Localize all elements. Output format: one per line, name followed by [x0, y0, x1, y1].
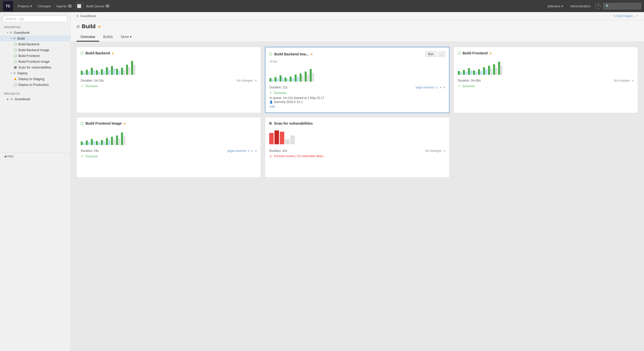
nav-changes[interactable]: Changes [35, 3, 53, 10]
card-title: Scan for vulnerabilities [274, 121, 313, 125]
grid-icon: ⊞ [76, 14, 79, 18]
agent-info: 👤 teamcity-2018-2-22-1 [269, 100, 445, 104]
status-text: Success [85, 154, 98, 158]
card-star-icon[interactable]: ★ [489, 51, 492, 55]
status-text: Success [462, 84, 475, 88]
grid-icon: ⊞ [13, 37, 16, 40]
chevron-icon: ▶ [7, 98, 9, 100]
mini-chart [458, 58, 634, 76]
layers-icon[interactable]: ≡ [443, 86, 445, 89]
page-grid-icon: ⊞ [76, 24, 80, 29]
build-status-icon [14, 60, 17, 63]
page-title-row: ⊞ Build ★ [76, 23, 638, 30]
run-button[interactable]: Run [425, 51, 436, 57]
card-status-icon [269, 53, 272, 55]
chevron-icon: ▾ [11, 37, 12, 40]
main-layout: Jump to... (Q) FAVORITES ▾ ⊞ Guestbook ▾… [0, 12, 644, 351]
sidebar-item-deploy[interactable]: ▾ ⊞ Deploy [0, 70, 70, 76]
changes-chevron-icon[interactable]: ▾ [440, 86, 441, 89]
chevron-icon: ▾ [7, 31, 8, 34]
card-title: Build Frontend [463, 51, 488, 55]
nav-projects[interactable]: Projects ▾ [15, 3, 35, 10]
sidebar-item-guestbook-fav[interactable]: ▾ ⊞ Guestbook [0, 30, 70, 36]
sidebar-item-build-backend-image[interactable]: Build Backend Image [0, 47, 70, 53]
grid-icon: ⊞ [11, 97, 13, 101]
layers-icon[interactable]: ≡ [444, 149, 445, 153]
page-header: ⊞ Build ★ Overview Builds More ▾ [70, 20, 644, 42]
mini-chart [269, 65, 445, 83]
card-stats: Duration: 24s yegor.naumov: 1 ▾ ≡ [81, 149, 257, 153]
sidebar-item-deploy-staging[interactable]: Deploy to Staging [0, 76, 70, 82]
status-row: ✓ Success [81, 154, 257, 158]
card-build-backend: Build Backend ★ [76, 47, 261, 113]
changes-link[interactable]: yegor.naumov: 1 [416, 86, 438, 89]
card-status-icon [81, 122, 83, 125]
card-build-frontend: Build Frontend ★ [454, 47, 638, 113]
search-box[interactable]: 🔍 [603, 3, 641, 9]
card-star-icon[interactable]: ★ [111, 51, 114, 55]
card-title: Build Frontend Image [86, 121, 122, 125]
sidebar-item-build-frontend-image[interactable]: Build Frontend Image [0, 59, 70, 64]
card-star-icon[interactable]: ★ [310, 52, 313, 56]
jump-to-input[interactable]: Jump to... (Q) [3, 16, 67, 22]
card-stats: Duration: 21s yegor.naumov: 1 ▾ ≡ [269, 86, 445, 89]
page-title: Build [82, 23, 96, 30]
sidebar-item-build[interactable]: ▾ ⊞ Build [0, 36, 70, 41]
status-text: 9 known issues | 32 vulnerable depe... [274, 154, 325, 158]
hide-sidebar-button[interactable]: ◀ Hide [0, 152, 70, 160]
layers-icon[interactable]: ≡ [255, 79, 257, 82]
tab-builds[interactable]: Builds [99, 33, 117, 42]
sidebar: Jump to... (Q) FAVORITES ▾ ⊞ Guestbook ▾… [0, 12, 70, 351]
tab-overview[interactable]: Overview [76, 33, 99, 42]
cards-grid: Build Backend ★ [76, 47, 638, 178]
status-text: Success [274, 91, 286, 95]
card-scan-vulnerabilities: Scan for vulnerabilities Duratio [265, 117, 449, 178]
favorite-star-icon[interactable]: ★ [98, 24, 101, 29]
card-stats: Duration: 2m:06s No changes ≡ [458, 79, 634, 82]
layers-icon[interactable]: ≡ [255, 149, 257, 153]
build-number-link[interactable]: #48 [269, 105, 275, 109]
sidebar-item-build-frontend[interactable]: Build Frontend [0, 53, 70, 59]
card-title: Build Backend Ima... [274, 52, 309, 56]
scan-status-icon [14, 66, 17, 69]
sidebar-item-build-backend[interactable]: Build Backend [0, 41, 70, 47]
layers-icon[interactable]: ≡ [632, 79, 634, 82]
card-stats: Duration: 41s No changes ≡ [269, 149, 445, 153]
help-button[interactable]: ? [595, 3, 601, 9]
error-icon: ⚠ [269, 154, 272, 158]
success-icon: ✓ [458, 84, 461, 88]
nav-items: Projects ▾ Changes Agents 1 ⬜ Build Queu… [15, 3, 543, 10]
success-icon: ✓ [81, 84, 84, 88]
main-content: ⊞ Guestbook ✎ Edit Project... ⤢ ⊞ Build … [70, 12, 644, 351]
cards-area: Build Backend ★ [70, 42, 644, 183]
build-status-icon [14, 55, 17, 57]
build-star-icon[interactable]: ☆ [276, 105, 279, 109]
top-navigation: TC Projects ▾ Changes Agents 1 ⬜ Build Q… [0, 0, 644, 12]
sidebar-item-scan[interactable]: Scan for vulnerabilities [0, 64, 70, 70]
sidebar-item-deploy-production[interactable]: Deploy to Production [0, 82, 70, 88]
nav-administration[interactable]: Administration [568, 3, 593, 10]
mini-chart [269, 128, 445, 146]
more-button[interactable]: ... [438, 51, 445, 57]
status-text: Success [85, 84, 98, 88]
nav-agents[interactable]: Agents 1 [54, 3, 75, 10]
edit-project-button[interactable]: ✎ Edit Project... ⤢ [613, 14, 638, 18]
success-icon: ✓ [269, 91, 272, 95]
card-title: Build Backend [86, 51, 110, 55]
card-star-icon[interactable]: ★ [123, 122, 126, 125]
card-build-backend-image: Build Backend Ima... ★ Run ... 30 Apr [265, 47, 449, 113]
sidebar-item-guestbook-projects[interactable]: ▶ ⊞ Guestbook [0, 96, 70, 102]
nav-build-queue[interactable]: Build Queue 0 [84, 3, 112, 10]
changes-chevron-icon[interactable]: ▾ [252, 150, 253, 152]
card-build-frontend-image: Build Frontend Image ★ [76, 117, 261, 178]
agents-icon-btn[interactable]: ⬜ [75, 3, 83, 10]
tab-more[interactable]: More ▾ [117, 33, 136, 42]
nav-right: jetbrains ▾ Administration ? 🔍 [545, 3, 641, 10]
nav-user[interactable]: jetbrains ▾ [545, 3, 565, 10]
logo[interactable]: TC [3, 1, 13, 11]
mini-chart [81, 58, 257, 76]
changes-link[interactable]: yegor.naumov: 1 [227, 149, 250, 153]
card-stats: Duration: 1m:19s No changes ≡ [81, 79, 257, 82]
warning-status-icon [14, 78, 17, 80]
build-status-icon [14, 49, 17, 51]
